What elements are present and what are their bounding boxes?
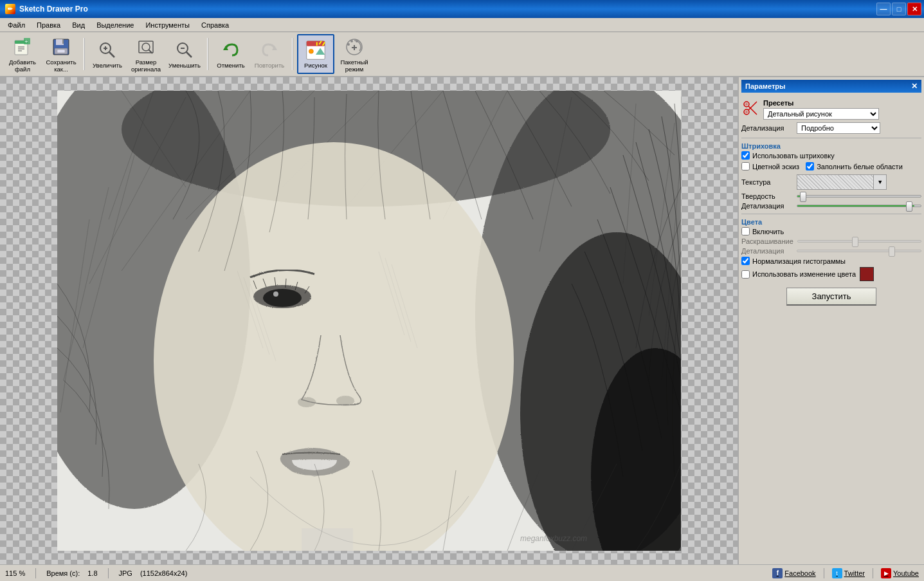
format-label: JPG — [119, 569, 132, 577]
color-sketch-row: Цветной эскиз — [741, 162, 799, 171]
zoom-level: 115 % — [5, 569, 25, 577]
presets-label: Пресеты — [763, 99, 921, 107]
fill-white-row: Заполнить белые области — [806, 162, 903, 171]
hardness-slider-thumb[interactable] — [800, 192, 806, 202]
hatching-section-label: Штриховка — [741, 142, 921, 150]
hatching-options-row: Цветной эскиз Заполнить белые области — [741, 161, 921, 172]
original-size-icon — [136, 37, 156, 57]
hatching-detail-slider-thumb[interactable] — [906, 201, 912, 212]
presets-row: Пресеты Детальный рисунокПростой рисунок… — [741, 97, 921, 120]
title-bar: ✏ Sketch Drawer Pro — □ ✕ — [0, 0, 924, 18]
toolbar-original-button[interactable]: Размер оригинала — [127, 34, 165, 74]
texture-label: Текстура — [741, 178, 793, 186]
texture-select-wrapper[interactable]: ▼ — [797, 174, 887, 190]
panel-close-button[interactable]: ✕ — [911, 82, 918, 91]
run-button[interactable]: Запустить — [786, 288, 876, 306]
zoom-out-label: Уменьшить — [168, 62, 201, 69]
toolbar-save-button[interactable]: Сохранить как... — [42, 34, 80, 74]
facebook-link[interactable]: f Facebook — [772, 568, 815, 578]
colors-enable-label[interactable]: Включить — [752, 228, 784, 235]
colorize-slider-track — [797, 240, 921, 243]
color-sketch-label[interactable]: Цветной эскиз — [752, 163, 799, 171]
youtube-link[interactable]: ▶ Youtube — [881, 568, 919, 578]
dimensions-label: (1152x864x24) — [140, 569, 187, 577]
sketch-canvas: meganfoxbuzz.com — [57, 91, 681, 551]
menu-file[interactable]: Файл — [3, 20, 30, 30]
fill-white-label[interactable]: Заполнить белые области — [817, 163, 903, 171]
hatching-detail-slider-track[interactable] — [797, 205, 921, 207]
svg-point-67 — [336, 396, 354, 406]
presets-select[interactable]: Детальный рисунокПростой рисунокПортретП… — [763, 108, 879, 120]
twitter-label: Twitter — [844, 569, 865, 577]
hatching-detail-slider-row: Детализация — [741, 202, 921, 210]
hardness-label: Твердость — [741, 192, 793, 200]
svg-point-59 — [273, 291, 278, 297]
menu-help[interactable]: Справка — [196, 20, 234, 30]
zoom-in-label: Увеличить — [93, 62, 122, 69]
use-color-change-label[interactable]: Использовать изменение цвета — [752, 270, 856, 278]
save-label: Сохранить как... — [44, 59, 78, 73]
zoom-in-icon — [97, 40, 118, 60]
color-detail-slider-row: Детализация — [741, 247, 921, 255]
hardness-slider-row: Твердость — [741, 192, 921, 200]
batch-label: Пакетный режим — [338, 59, 371, 73]
use-hatching-checkbox[interactable] — [741, 151, 750, 160]
color-sketch-checkbox[interactable] — [741, 162, 750, 171]
toolbar-add-button[interactable]: + Добавить файл — [4, 34, 41, 74]
toolbar-batch-button[interactable]: Пакетный режим — [336, 34, 373, 74]
picture-label: Рисунок — [304, 62, 327, 69]
color-swatch[interactable] — [860, 267, 874, 281]
use-color-change-checkbox[interactable] — [741, 270, 750, 279]
maximize-button[interactable]: □ — [892, 3, 906, 15]
use-hatching-label[interactable]: Использовать штриховку — [752, 152, 835, 160]
zoom-out-icon — [174, 40, 195, 60]
status-bar-right: f Facebook t Twitter ▶ Youtube — [772, 568, 919, 578]
color-detail-label: Детализация — [741, 247, 793, 255]
batch-icon — [344, 37, 365, 57]
status-sep-3 — [824, 568, 824, 578]
toolbar-picture-button[interactable]: Рисунок — [297, 34, 334, 74]
panel-title: Параметры — [745, 82, 785, 90]
save-icon — [51, 37, 71, 57]
original-size-label: Размер оригинала — [129, 59, 163, 73]
svg-point-26 — [309, 50, 313, 54]
svg-rect-80 — [302, 528, 353, 551]
menu-edit[interactable]: Правка — [32, 20, 66, 30]
status-sep-1 — [35, 568, 36, 578]
svg-rect-25 — [307, 41, 325, 46]
use-hatching-row: Использовать штриховку — [741, 151, 921, 160]
undo-label: Отменить — [217, 62, 244, 69]
svg-line-21 — [186, 52, 192, 57]
menu-view[interactable]: Вид — [67, 20, 90, 30]
colorize-label: Раскрашивание — [741, 237, 793, 245]
texture-dropdown-arrow[interactable]: ▼ — [873, 175, 886, 189]
color-change-row: Использовать изменение цвета — [741, 267, 921, 281]
menu-selection[interactable]: Выделение — [91, 20, 139, 30]
toolbar-undo-button[interactable]: Отменить — [212, 34, 249, 74]
youtube-icon: ▶ — [881, 568, 891, 578]
toolbar-zoom-out-button[interactable]: Уменьшить — [166, 34, 203, 74]
app-title: Sketch Drawer Pro — [19, 5, 88, 14]
normalize-histogram-checkbox[interactable] — [741, 257, 750, 265]
fill-white-checkbox[interactable] — [806, 162, 814, 171]
detail-select[interactable]: ПодробноСреднеНизко — [797, 122, 880, 134]
toolbar-zoom-in-button[interactable]: Увеличить — [89, 34, 126, 74]
toolbar-sep-1 — [84, 38, 85, 70]
normalize-histogram-label[interactable]: Нормализация гистограммы — [752, 257, 846, 265]
twitter-icon: t — [832, 568, 842, 578]
canvas-background: meganfoxbuzz.com — [0, 77, 738, 564]
hatching-detail-label: Детализация — [741, 202, 793, 210]
menu-tools[interactable]: Инструменты — [140, 20, 195, 30]
canvas-area[interactable]: meganfoxbuzz.com — [0, 77, 738, 564]
toolbar-redo-button[interactable]: Повторить — [251, 34, 288, 74]
watermark-text: meganfoxbuzz.com — [520, 534, 587, 543]
minimize-button[interactable]: — — [876, 3, 891, 15]
title-bar-buttons: — □ ✕ — [876, 3, 921, 15]
twitter-link[interactable]: t Twitter — [832, 568, 865, 578]
colorize-slider-row: Раскрашивание — [741, 237, 921, 245]
redo-icon — [259, 40, 280, 60]
hardness-slider-track[interactable] — [797, 195, 921, 198]
scissors-icon — [741, 99, 759, 117]
colors-enable-checkbox[interactable] — [741, 227, 750, 235]
close-button[interactable]: ✕ — [907, 3, 921, 15]
